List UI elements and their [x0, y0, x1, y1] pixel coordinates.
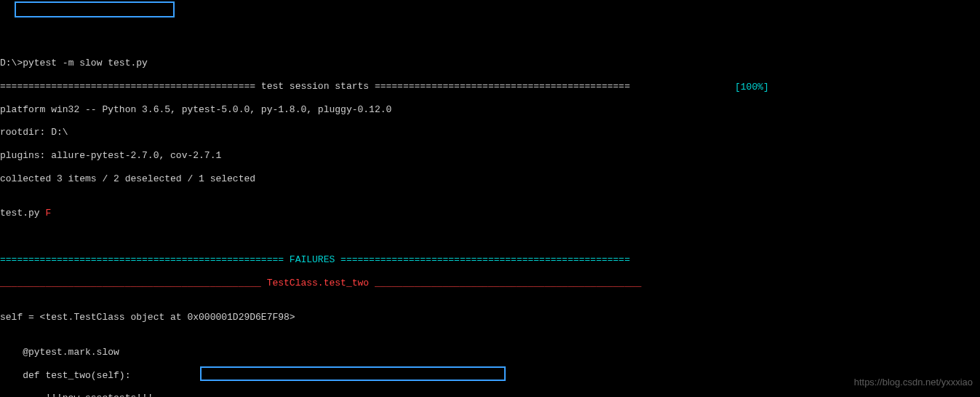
highlight-box-command	[15, 1, 175, 17]
terminal-output[interactable]: D:\>pytest -m slow test.py =============…	[0, 46, 980, 397]
failure-test-name: ________________________________________…	[0, 278, 980, 289]
session-start-header: ========================================…	[0, 81, 980, 93]
plugins-line: plugins: allure-pytest-2.7.0, cov-2.7.1	[0, 150, 980, 162]
test-status: F	[45, 208, 51, 219]
collected-line: collected 3 items / 2 deselected / 1 sel…	[0, 173, 980, 185]
command-text: pytest -m slow test.py	[23, 58, 148, 68]
self-repr: self = <test.TestClass object at 0x00000…	[0, 312, 980, 323]
prompt-cwd: D:\>	[0, 58, 23, 68]
platform-line: platform win32 -- Python 3.6.5, pytest-5…	[0, 104, 980, 116]
failures-header: ========================================…	[0, 254, 980, 266]
rootdir-line: rootdir: D:\	[0, 127, 980, 138]
code-def: def test_two(self):	[0, 370, 980, 382]
code-docstring: '''new_sssetests'''	[0, 393, 980, 397]
progress-percent: [100%]	[735, 82, 769, 93]
watermark-text: https://blog.csdn.net/yxxxiao	[854, 377, 973, 388]
test-result-line: test.py F	[0, 208, 980, 219]
code-decorator: @pytest.mark.slow	[0, 347, 980, 358]
test-file: test.py	[0, 208, 45, 219]
